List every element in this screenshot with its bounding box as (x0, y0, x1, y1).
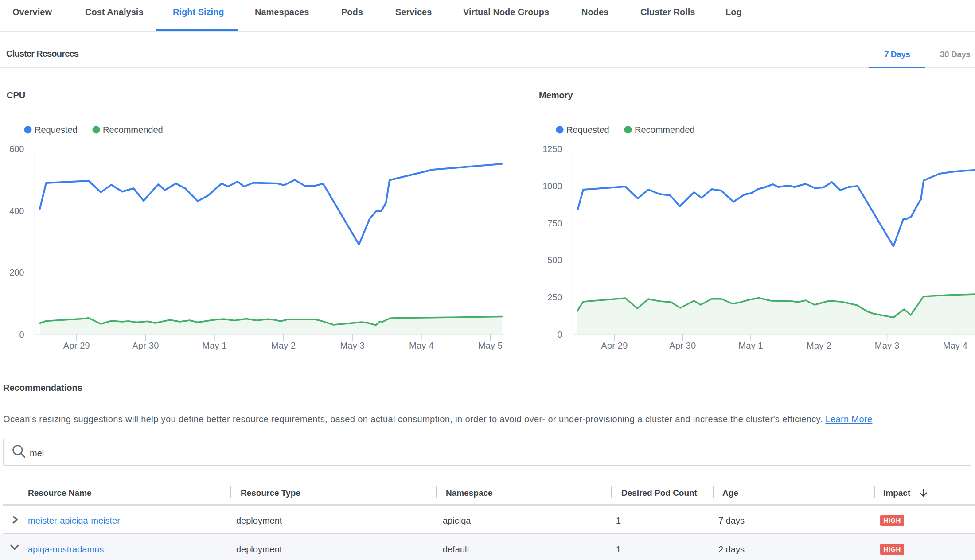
svg-text:May 5: May 5 (478, 341, 503, 350)
svg-text:250: 250 (547, 292, 562, 302)
svg-text:Recommended: Recommended (635, 125, 695, 135)
svg-text:May 4: May 4 (409, 341, 433, 350)
svg-text:1250: 1250 (542, 144, 562, 154)
svg-text:May 2: May 2 (807, 341, 831, 350)
svg-text:May 2: May 2 (271, 341, 296, 350)
svg-text:400: 400 (9, 206, 24, 216)
svg-text:Requested: Requested (566, 125, 609, 135)
svg-text:May 4: May 4 (943, 341, 967, 350)
svg-text:May 1: May 1 (202, 341, 226, 350)
svg-text:Apr 30: Apr 30 (132, 341, 159, 350)
svg-text:May 3: May 3 (340, 341, 364, 350)
svg-text:0: 0 (19, 330, 24, 339)
svg-text:750: 750 (547, 218, 562, 228)
svg-text:1000: 1000 (542, 181, 562, 191)
svg-text:May 1: May 1 (738, 341, 763, 350)
svg-text:Apr 29: Apr 29 (601, 341, 628, 350)
svg-text:Apr 29: Apr 29 (63, 341, 90, 350)
svg-text:May 3: May 3 (875, 341, 899, 350)
svg-text:200: 200 (9, 268, 24, 277)
svg-text:Apr 30: Apr 30 (669, 341, 696, 350)
svg-text:500: 500 (547, 255, 562, 265)
svg-text:Recommended: Recommended (103, 125, 163, 135)
svg-text:Requested: Requested (35, 125, 78, 135)
svg-text:0: 0 (557, 330, 562, 339)
svg-text:600: 600 (9, 144, 24, 154)
